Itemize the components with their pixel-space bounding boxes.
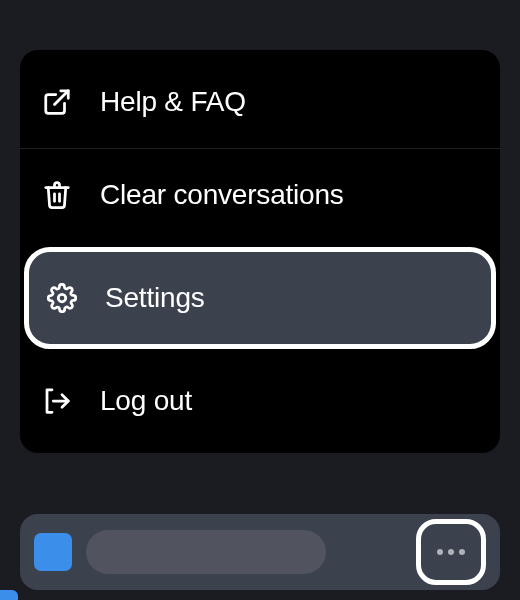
menu-item-label: Log out (100, 385, 192, 417)
username-pill[interactable] (86, 530, 326, 574)
gear-icon (47, 283, 77, 313)
external-link-icon (42, 87, 72, 117)
trash-icon (42, 180, 72, 210)
menu-item-settings[interactable]: Settings (24, 247, 496, 349)
menu-panel: Help & FAQ Clear conversations Settings (20, 50, 500, 453)
decorative-corner (0, 590, 18, 600)
svg-line-0 (55, 91, 69, 105)
menu-item-log-out[interactable]: Log out (20, 355, 500, 447)
menu-item-label: Clear conversations (100, 179, 344, 211)
menu-item-label: Help & FAQ (100, 86, 246, 118)
more-icon (437, 549, 465, 555)
more-button[interactable] (416, 519, 486, 585)
avatar[interactable] (34, 533, 72, 571)
menu-item-label: Settings (105, 282, 205, 314)
bottom-bar (20, 514, 500, 590)
menu-item-clear-conversations[interactable]: Clear conversations (20, 148, 500, 241)
logout-icon (42, 386, 72, 416)
svg-point-3 (58, 294, 66, 302)
menu-item-help-faq[interactable]: Help & FAQ (20, 56, 500, 148)
